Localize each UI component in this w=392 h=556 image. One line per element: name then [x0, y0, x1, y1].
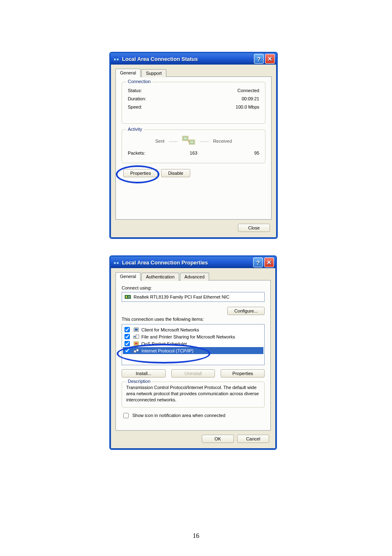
svg-rect-8: [190, 141, 194, 144]
tcpip-icon: [133, 348, 139, 354]
uninstall-button: Uninstall: [171, 369, 215, 378]
svg-rect-10: [117, 262, 119, 264]
svg-rect-6: [183, 137, 187, 140]
received-label: Received: [213, 139, 232, 144]
svg-rect-16: [128, 296, 130, 298]
sent-label: Sent: [155, 139, 165, 144]
dash-right-icon: ——: [200, 139, 209, 144]
show-icon-checkbox[interactable]: [123, 413, 129, 418]
client-icon: [133, 327, 139, 333]
svg-rect-24: [134, 350, 136, 352]
description-text: Transmission Control Protocol/Internet P…: [126, 385, 260, 403]
tab-general[interactable]: General: [115, 69, 141, 77]
packets-sent-value: 163: [172, 151, 216, 155]
dash-left-icon: ——: [168, 139, 178, 144]
status-value: Connected: [238, 88, 259, 93]
item-checkbox[interactable]: [125, 348, 130, 353]
connection-legend: Connection: [126, 79, 152, 84]
tab-support[interactable]: Support: [141, 69, 166, 77]
disable-button[interactable]: Disable: [161, 169, 190, 177]
svg-rect-1: [117, 58, 119, 60]
svg-rect-23: [135, 343, 138, 345]
list-item: Client for Microsoft Networks: [123, 326, 263, 333]
status-titlebar[interactable]: Local Area Connection Status ? ✕: [111, 53, 277, 65]
item-label: Client for Microsoft Networks: [141, 327, 199, 332]
properties-button[interactable]: Properties: [123, 169, 158, 177]
list-item: Internet Protocol (TCP/IP): [123, 347, 263, 354]
list-item: File and Printer Sharing for Microsoft N…: [123, 333, 263, 340]
item-label: Internet Protocol (TCP/IP): [141, 348, 194, 353]
packets-received-value: 95: [215, 151, 259, 155]
activity-legend: Activity: [126, 127, 144, 132]
properties-dialog: Local Area Connection Properties ? ✕ Gen…: [109, 255, 277, 450]
description-legend: Description: [126, 379, 152, 384]
svg-rect-20: [136, 335, 139, 338]
status-tabstrip: General Support: [115, 69, 272, 77]
duration-label: Duration:: [128, 96, 146, 101]
connect-using-label: Connect using:: [122, 285, 265, 290]
duration-value: 00:09:21: [242, 96, 259, 101]
close-button[interactable]: Close: [238, 224, 270, 232]
item-checkbox[interactable]: [125, 341, 130, 346]
cancel-button[interactable]: Cancel: [237, 435, 269, 443]
adapter-field[interactable]: Realtek RTL8139 Family PCI Fast Ethernet…: [122, 292, 265, 302]
items-label: This connection uses the following items…: [122, 317, 265, 322]
packets-label: Packets:: [128, 151, 172, 155]
file-printer-icon: [133, 334, 139, 340]
svg-rect-25: [136, 349, 138, 351]
connection-icon: [113, 259, 120, 266]
svg-rect-21: [134, 336, 136, 337]
tab-advanced[interactable]: Advanced: [180, 273, 209, 281]
install-button[interactable]: Install...: [122, 369, 166, 378]
help-button[interactable]: ?: [254, 54, 264, 64]
properties-titlebar[interactable]: Local Area Connection Properties ? ✕: [111, 257, 276, 268]
qos-icon: [133, 341, 139, 347]
adapter-name: Realtek RTL8139 Family PCI Fast Ethernet…: [134, 294, 229, 299]
svg-rect-15: [126, 296, 127, 298]
item-properties-button[interactable]: Properties: [221, 369, 265, 378]
item-checkbox[interactable]: [125, 334, 130, 339]
status-dialog: Local Area Connection Status ? ✕ General…: [109, 52, 278, 239]
properties-title: Local Area Connection Properties: [122, 259, 208, 266]
item-checkbox[interactable]: [125, 327, 130, 332]
svg-rect-18: [135, 329, 138, 331]
list-item: QoS Packet Scheduler: [123, 340, 263, 347]
activity-group: Activity Sent —— —— Received Packets: 16…: [122, 130, 265, 163]
page-number: 16: [0, 532, 392, 540]
item-label: QoS Packet Scheduler: [141, 341, 187, 346]
svg-rect-0: [114, 58, 116, 60]
status-label: Status:: [128, 88, 142, 93]
tab-authentication[interactable]: Authentication: [141, 273, 179, 281]
activity-computers-icon: [182, 135, 196, 147]
connection-group: Connection Status:Connected Duration:00:…: [122, 82, 265, 124]
speed-value: 100.0 Mbps: [236, 104, 259, 109]
close-x-button[interactable]: ✕: [264, 257, 274, 267]
ok-button[interactable]: OK: [202, 435, 234, 443]
close-x-button[interactable]: ✕: [265, 54, 275, 64]
help-button[interactable]: ?: [253, 257, 263, 267]
tab-general[interactable]: General: [115, 272, 141, 280]
status-title: Local Area Connection Status: [122, 56, 198, 62]
show-icon-label: Show icon in notification area when conn…: [132, 413, 225, 418]
connection-icon: [113, 56, 120, 62]
nic-icon: [125, 294, 131, 300]
speed-label: Speed:: [128, 104, 142, 109]
properties-tabstrip: General Authentication Advanced: [115, 272, 271, 280]
items-listbox[interactable]: Client for Microsoft Networks File and P…: [122, 324, 265, 365]
description-group: Description Transmission Control Protoco…: [122, 382, 265, 408]
configure-button[interactable]: Configure...: [227, 307, 265, 315]
svg-rect-9: [114, 262, 116, 264]
item-label: File and Printer Sharing for Microsoft N…: [141, 334, 235, 339]
